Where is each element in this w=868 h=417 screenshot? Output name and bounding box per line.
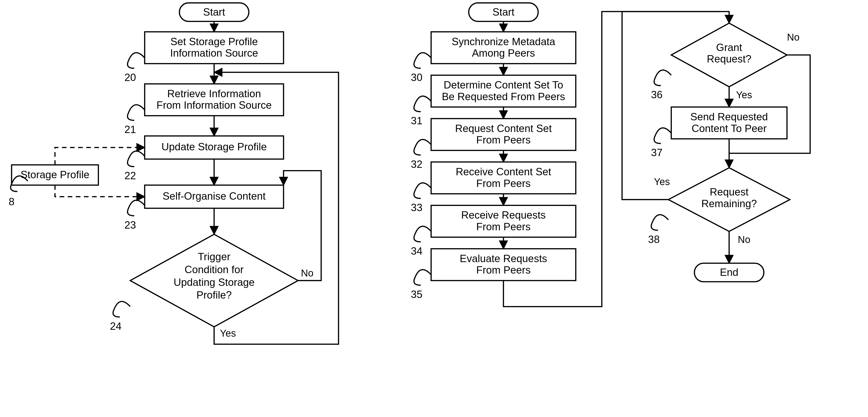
squiggle-icon (127, 105, 145, 120)
label-no-24: No (301, 267, 313, 279)
start-label-mid: Start (493, 6, 515, 18)
ref-8: 8 (9, 196, 14, 207)
ref-30: 30 (411, 72, 423, 83)
box-30-l2: Among Peers (472, 47, 535, 59)
left-flow: Start Set Storage Profile Information So… (9, 3, 339, 344)
ref-24: 24 (110, 320, 122, 332)
box-35-l2: From Peers (476, 264, 531, 276)
diamond-38-l2: Remaining? (702, 198, 757, 210)
box-37-l1: Send Requested (690, 111, 768, 123)
box-20-l1: Set Storage Profile (170, 36, 258, 47)
box-34-l1: Receive Requests (461, 209, 546, 221)
box-31-l1: Determine Content Set To (443, 79, 563, 91)
ref-35: 35 (411, 289, 423, 300)
ref-21: 21 (124, 124, 136, 135)
ref-37: 37 (651, 147, 663, 158)
start-label-left: Start (203, 6, 225, 18)
box-22-l1: Update Storage Profile (161, 141, 267, 153)
ref-23: 23 (124, 219, 136, 231)
ref-20: 20 (124, 72, 136, 83)
diamond-24-l2: Condition for (185, 264, 243, 276)
ref-38: 38 (648, 233, 660, 245)
ref-33: 33 (411, 202, 423, 214)
box-35-l1: Evaluate Requests (460, 253, 547, 264)
diamond-24-l1: Trigger (198, 251, 230, 262)
squiggle-icon (113, 301, 130, 317)
ref-31: 31 (411, 115, 423, 127)
dashed-arrow-to-22 (55, 148, 145, 165)
squiggle-icon (414, 96, 431, 112)
box-20-l2: Information Source (170, 47, 258, 59)
diamond-36-l1: Grant (716, 42, 742, 53)
box-32-l2: From Peers (476, 134, 531, 146)
box-21-l1: Retrieve Information (167, 88, 261, 99)
squiggle-icon (654, 128, 671, 143)
end-label: End (720, 266, 739, 278)
squiggle-icon (414, 269, 431, 285)
box-33-l2: From Peers (476, 178, 531, 189)
arrow-no-24 (284, 171, 321, 281)
label-yes-38: Yes (654, 176, 670, 187)
squiggle-icon (127, 53, 145, 68)
squiggle-icon (127, 151, 145, 167)
label-no-36: No (787, 32, 800, 43)
label-yes-24: Yes (220, 328, 236, 339)
box-23-l1: Self-Organise Content (163, 190, 266, 202)
ref-36: 36 (651, 89, 663, 101)
right-flow: Grant Request? 36 No Yes Send Requested … (622, 12, 810, 282)
flowchart: Start Set Storage Profile Information So… (0, 0, 868, 417)
diamond-24-l4: Profile? (196, 289, 232, 301)
middle-flow: Start Synchronize Metadata Among Peers 3… (411, 3, 729, 307)
box-37-l2: Content To Peer (692, 123, 767, 134)
squiggle-icon (654, 70, 671, 86)
squiggle-icon (414, 139, 431, 155)
box-32-l1: Request Content Set (455, 123, 552, 134)
dashed-arrow-to-23 (55, 185, 145, 197)
squiggle-icon (414, 226, 431, 242)
box-21-l2: From Information Source (157, 99, 272, 111)
box-31-l2: Be Requested From Peers (442, 91, 565, 102)
squiggle-icon (414, 53, 431, 68)
diamond-36-l2: Request? (707, 53, 751, 65)
squiggle-icon (651, 215, 668, 230)
box-34-l2: From Peers (476, 221, 531, 232)
label-yes-36: Yes (736, 89, 752, 100)
box-30-l1: Synchronize Metadata (452, 36, 555, 47)
storage-profile-label: Storage Profile (21, 169, 90, 181)
diamond-38-l1: Request (710, 186, 748, 198)
label-no-38: No (738, 234, 750, 245)
squiggle-icon (127, 200, 145, 216)
ref-22: 22 (124, 170, 136, 182)
ref-32: 32 (411, 158, 423, 170)
ref-34: 34 (411, 245, 423, 257)
box-33-l1: Receive Content Set (456, 166, 551, 178)
diamond-24-l3: Updating Storage (174, 277, 255, 288)
squiggle-icon (414, 183, 431, 198)
